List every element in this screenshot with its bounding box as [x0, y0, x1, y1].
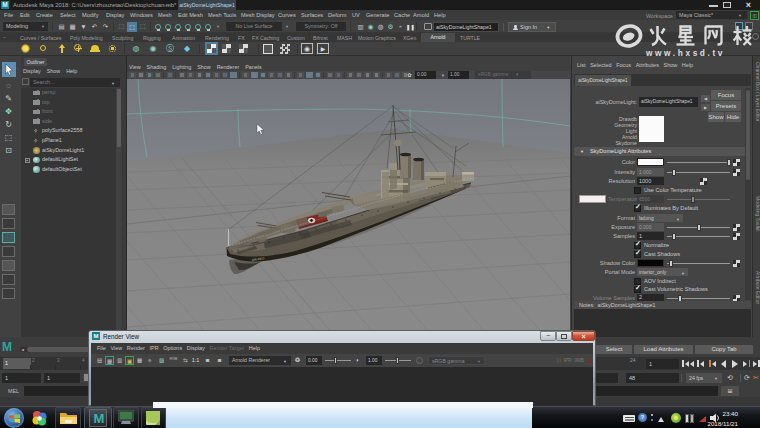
svg-text:www.hxsd.tv: www.hxsd.tv — [645, 48, 725, 58]
